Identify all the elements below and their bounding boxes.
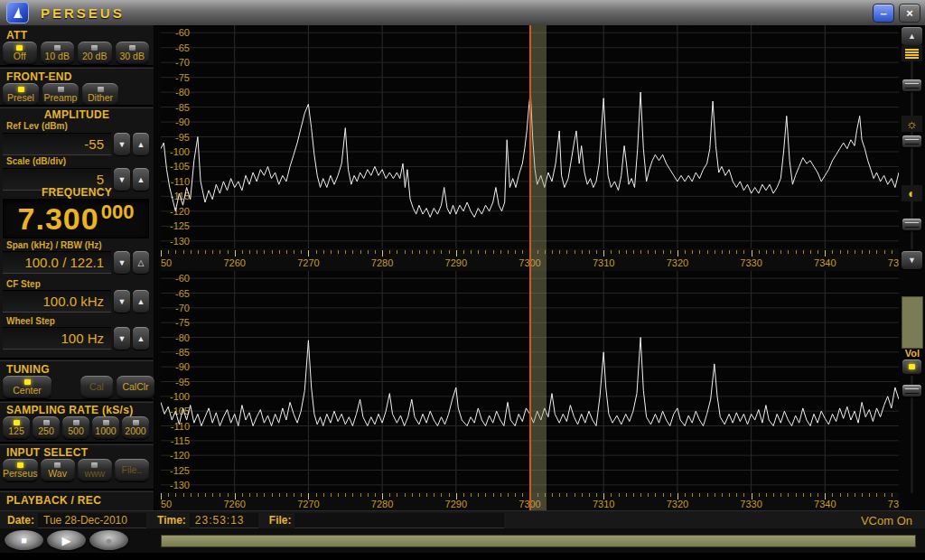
30-db-button[interactable]: 30 dB	[116, 42, 150, 64]
125-button[interactable]: 125	[3, 416, 30, 439]
frequency-tick	[301, 250, 302, 254]
wideband-spectrum-plot[interactable]: -60-65-70-75-80-85-90-95-100-105-110-115…	[161, 25, 899, 248]
frequency-tick	[759, 493, 760, 497]
frequency-tick	[773, 493, 774, 497]
scroll-up-button[interactable]: ▲	[902, 27, 922, 45]
500-button[interactable]: 500	[62, 416, 89, 439]
frequency-tick-label: 7260	[223, 499, 245, 509]
frequency-tick	[663, 493, 664, 497]
2000-button[interactable]: 2000	[122, 416, 149, 439]
frequency-tick	[168, 250, 169, 254]
play-button[interactable]: ▶	[47, 530, 86, 550]
ref-lev-up-button[interactable]: ▲	[133, 133, 149, 155]
frequency-tick	[471, 250, 472, 254]
frequency-tick	[699, 250, 700, 254]
presel-button[interactable]: Presel	[3, 83, 39, 106]
frequency-tick-label: 7250	[161, 257, 172, 268]
frequency-tick-label: 7280	[371, 257, 393, 268]
frequency-tick	[434, 493, 434, 497]
frequency-tick-label: 7270	[297, 257, 319, 268]
tuning-button-group: CenterCalCalClr	[3, 376, 149, 398]
spectrum-area: -60-65-70-75-80-85-90-95-100-105-110-115…	[161, 25, 899, 510]
frequency-tick	[286, 250, 287, 254]
perseus-button[interactable]: Perseus	[3, 459, 38, 481]
frequency-tick	[537, 493, 538, 497]
frequency-tick	[249, 250, 250, 254]
frequency-tick	[175, 250, 176, 254]
frequency-tick	[707, 493, 708, 497]
ref-lev-field[interactable]: -55	[3, 133, 111, 155]
stop-button[interactable]: ■	[5, 530, 43, 550]
led-indicator	[16, 45, 23, 51]
20-db-button[interactable]: 20 dB	[78, 42, 112, 64]
frequency-tick	[575, 493, 575, 497]
frequency-tick	[286, 493, 287, 497]
wheel-step-down-button[interactable]: ▼	[114, 327, 130, 350]
frequency-tick	[508, 250, 509, 254]
front-end-section-header: FRONT-END	[6, 70, 72, 83]
cal-button[interactable]: Cal	[80, 376, 113, 398]
svg-text:-130: -130	[170, 480, 190, 490]
file-label: File:	[269, 514, 292, 527]
dither-button[interactable]: Dither	[82, 83, 118, 106]
svg-text:-105: -105	[170, 161, 190, 172]
frequency-tick	[847, 493, 848, 497]
frequency-tick	[832, 493, 833, 497]
frequency-tick	[368, 250, 369, 254]
volume-enable-button[interactable]	[902, 359, 921, 374]
record-button[interactable]: ●	[89, 530, 128, 550]
divider	[0, 442, 154, 445]
cf-step-up-button[interactable]: ▲	[133, 290, 149, 313]
frequency-tick	[582, 493, 583, 497]
frequency-tick	[419, 493, 420, 497]
wheel-step-field[interactable]: 100 Hz	[3, 327, 111, 350]
ref-lev-down-button[interactable]: ▼	[114, 133, 130, 155]
250-button[interactable]: 250	[33, 416, 60, 439]
wheel-step-up-button[interactable]: ▲	[133, 327, 149, 350]
button-label: CalClr	[122, 382, 148, 392]
input-select-button-group: PerseusWavwwwFile..	[3, 459, 149, 481]
preamp-button[interactable]: Preamp	[42, 83, 79, 106]
frequency-tick	[331, 493, 332, 497]
frequency-tick	[360, 493, 361, 497]
wav-button[interactable]: Wav	[41, 459, 75, 481]
brightness-slider-handle[interactable]	[902, 135, 921, 147]
frequency-tick	[736, 493, 737, 497]
palette-icon[interactable]	[902, 45, 922, 61]
frequency-tick-label: 7290	[445, 499, 467, 509]
frequency-tick	[345, 250, 346, 254]
frequency-tick-label: 7320	[667, 257, 688, 268]
cf-step-down-button[interactable]: ▼	[114, 290, 130, 313]
frequency-tick	[892, 493, 892, 497]
frequency-tick-label: 7280	[371, 499, 393, 509]
file-button[interactable]: File..	[115, 459, 149, 481]
contrast-slider-handle[interactable]	[902, 219, 921, 230]
demodulator-spectrum-plot[interactable]: -60-65-70-75-80-85-90-95-100-105-110-115…	[161, 271, 899, 492]
waterfall-color-swatch	[902, 296, 923, 349]
palette-slider-handle[interactable]	[902, 79, 921, 91]
span-down-button[interactable]: ▼	[114, 251, 130, 274]
frequency-tick	[692, 250, 693, 254]
center-button[interactable]: Center	[3, 376, 51, 398]
www-button[interactable]: www	[78, 459, 112, 481]
scroll-down-button[interactable]: ▼	[902, 251, 922, 269]
frequency-tick	[191, 493, 192, 497]
span-up-button[interactable]: △	[133, 251, 149, 274]
cf-step-field[interactable]: 100.0 kHz	[3, 290, 111, 313]
window-buttons: – ×	[873, 4, 920, 23]
1000-button[interactable]: 1000	[92, 416, 119, 439]
title-bar[interactable]: PERSEUS – ×	[0, 0, 925, 26]
close-button[interactable]: ×	[899, 4, 920, 23]
recording-progress-bar[interactable]	[161, 535, 916, 547]
off-button[interactable]: Off	[3, 42, 37, 64]
minimize-button[interactable]: –	[873, 4, 894, 23]
10-db-button[interactable]: 10 dB	[41, 42, 75, 64]
volume-slider-handle[interactable]	[902, 385, 921, 397]
frequency-tick	[426, 250, 427, 254]
frequency-tick	[670, 250, 671, 254]
span-rbw-field[interactable]: 100.0 / 122.1	[3, 251, 111, 274]
frequency-display[interactable]: 7.300000	[3, 199, 149, 238]
led-indicator	[91, 462, 98, 468]
calclr-button[interactable]: CalClr	[117, 376, 154, 398]
scale-label: Scale (dB/div)	[6, 156, 66, 166]
